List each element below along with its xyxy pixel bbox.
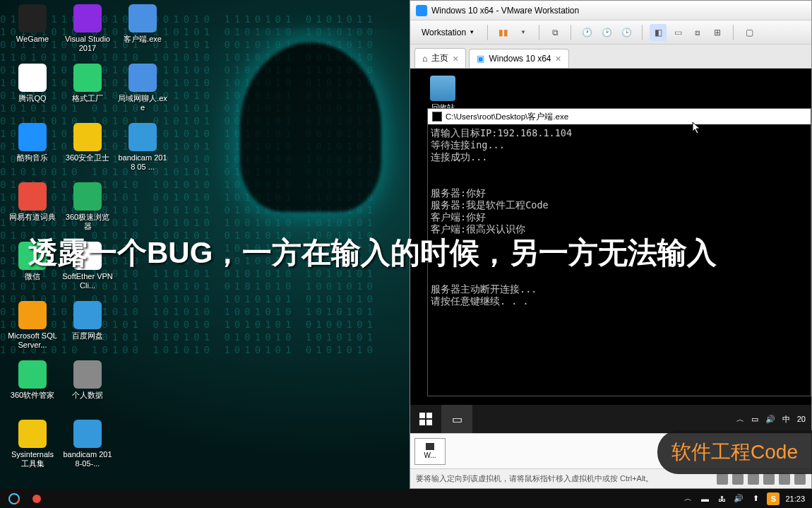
- icon-label: 微信: [25, 272, 40, 281]
- network-icon[interactable]: 🖧: [716, 493, 727, 504]
- vmware-titlebar[interactable]: Windows 10 x64 - VMware Workstation: [410, 1, 811, 20]
- svg-rect-0: [419, 413, 425, 418]
- desktop-icon[interactable]: 360软件管家: [6, 356, 59, 414]
- pause-vm-button[interactable]: ▮▮: [495, 24, 512, 41]
- view-stretch-button[interactable]: ▢: [741, 24, 758, 41]
- close-tab-icon[interactable]: ×: [555, 53, 561, 64]
- app-icon: [18, 420, 47, 448]
- app-icon: [73, 242, 102, 270]
- home-icon: ⌂: [422, 54, 427, 64]
- volume-icon[interactable]: 🔊: [733, 493, 744, 504]
- toolbar-separator: [571, 25, 571, 40]
- snapshot-revert-button[interactable]: 🕑: [598, 24, 615, 41]
- desktop-icon[interactable]: 360安全卫士: [61, 119, 114, 177]
- icon-label: 腾讯QQ: [18, 94, 46, 103]
- desktop-icon[interactable]: bandicam 2018 05 ...: [116, 119, 169, 177]
- snapshot-button[interactable]: ⧉: [547, 24, 563, 41]
- icon-label: SoftEther VPN Cli...: [62, 272, 113, 290]
- taskview-icon: ▭: [452, 413, 462, 426]
- app-icon: [129, 64, 157, 92]
- snapshot-take-button[interactable]: 🕐: [578, 24, 595, 41]
- icon-label: WeGame: [16, 35, 49, 44]
- view-fullscreen-button[interactable]: ▭: [669, 24, 686, 41]
- record-indicator[interactable]: [28, 490, 45, 507]
- windows-logo-icon: [419, 413, 432, 425]
- device-icon[interactable]: [732, 473, 744, 485]
- console-window[interactable]: C:\Users\root\Desktop\客户端.exe 请输入目标IP:19…: [427, 108, 811, 396]
- guest-system-tray: ︿ ▭ 🔊 中 20: [736, 414, 811, 425]
- desktop-icon[interactable]: SoftEther VPN Cli...: [61, 237, 114, 295]
- chevron-up-icon[interactable]: ︿: [682, 493, 693, 504]
- toolbar-separator: [487, 25, 488, 40]
- app-icon: [18, 64, 47, 92]
- device-icon[interactable]: [748, 473, 759, 485]
- app-icon: [73, 123, 102, 151]
- guest-start-button[interactable]: [410, 405, 441, 433]
- view-unity-button[interactable]: ⧈: [689, 24, 706, 41]
- battery-icon[interactable]: ▬: [699, 493, 710, 504]
- app-icon: [129, 123, 157, 151]
- app-icon: [73, 420, 102, 448]
- usb-icon[interactable]: ⬆: [750, 493, 761, 504]
- vmware-tabs-bar: ⌂ 主页 × ▣ Windows 10 x64 ×: [410, 45, 811, 69]
- clock[interactable]: 21:23: [785, 495, 805, 503]
- hooded-figure-silhouette: [198, 28, 424, 311]
- desktop-icon[interactable]: Microsoft SQL Server...: [6, 297, 59, 355]
- vmware-workstation-window: Windows 10 x64 - VMware Workstation Work…: [410, 0, 812, 489]
- desktop-icon[interactable]: bandicam 2018-05-...: [61, 415, 114, 473]
- desktop-icon[interactable]: 百度网盘: [61, 297, 114, 355]
- guest-os-viewport[interactable]: 回收站 C:\Users\root\Desktop\客户端.exe 请输入目标I…: [410, 69, 811, 488]
- tab-windows10[interactable]: ▣ Windows 10 x64 ×: [469, 49, 568, 68]
- device-icon[interactable]: [717, 473, 728, 485]
- snapshot-manage-button[interactable]: 🕒: [618, 24, 635, 41]
- vmware-app-icon: [416, 5, 427, 16]
- view-multi-button[interactable]: ⊞: [709, 24, 726, 41]
- desktop-icons-grid: WeGameVisual Studio 2017客户端.exe腾讯QQ格式工厂局…: [6, 0, 225, 473]
- chevron-up-icon[interactable]: ︿: [736, 414, 744, 425]
- network-icon[interactable]: ▭: [751, 415, 758, 424]
- cortana-button[interactable]: [6, 490, 23, 507]
- desktop-icon[interactable]: 网易有道词典: [6, 178, 59, 236]
- desktop-icon[interactable]: Sysinternals 工具集: [6, 415, 59, 473]
- app-icon: [18, 4, 47, 33]
- desktop-icon[interactable]: 个人数据: [61, 356, 114, 414]
- desktop-icon[interactable]: 微信: [6, 237, 59, 295]
- statusbar-message: 要将输入定向到该虚拟机，请将鼠标指针移入虚拟机中或按 Ctrl+Alt。: [416, 473, 653, 484]
- console-titlebar[interactable]: C:\Users\root\Desktop\客户端.exe: [428, 109, 811, 124]
- power-dropdown-button[interactable]: ▼: [515, 24, 532, 41]
- volume-icon[interactable]: 🔊: [765, 415, 775, 424]
- host-system-tray: ︿ ▬ 🖧 🔊 ⬆ S 21:23: [682, 492, 812, 505]
- guest-taskview-button[interactable]: ▭: [441, 405, 472, 433]
- desktop-icon[interactable]: 客户端.exe: [116, 0, 169, 58]
- desktop-icon[interactable]: 局域网聊人.exe: [116, 59, 169, 117]
- view-console-button[interactable]: ◧: [650, 24, 667, 41]
- ime-indicator[interactable]: S: [767, 492, 780, 505]
- cmd-icon: [432, 112, 442, 122]
- vmware-title-text: Windows 10 x64 - VMware Workstation: [431, 6, 579, 16]
- vm-thumbnail[interactable]: W...: [414, 438, 446, 465]
- guest-desktop[interactable]: 回收站 C:\Users\root\Desktop\客户端.exe 请输入目标I…: [410, 69, 811, 488]
- icon-label: 百度网盘: [72, 331, 103, 341]
- svg-rect-3: [426, 420, 432, 425]
- ime-indicator[interactable]: 中: [782, 414, 790, 425]
- tab-home[interactable]: ⌂ 主页 ×: [414, 48, 466, 68]
- close-tab-icon[interactable]: ×: [453, 53, 458, 64]
- desktop-icon[interactable]: 格式工厂: [61, 59, 114, 117]
- desktop-icon[interactable]: WeGame: [6, 0, 59, 58]
- dropdown-caret-icon: ▼: [469, 29, 474, 35]
- toolbar-separator: [642, 25, 643, 40]
- desktop-icon[interactable]: 酷狗音乐: [6, 119, 59, 177]
- desktop-icon[interactable]: Visual Studio 2017: [61, 0, 114, 58]
- desktop-icon[interactable]: 腾讯QQ: [6, 59, 59, 117]
- device-icon[interactable]: [779, 473, 790, 485]
- device-icon[interactable]: [794, 473, 806, 485]
- workstation-menu-button[interactable]: Workstation ▼: [416, 25, 480, 40]
- icon-label: bandicam 2018-05-...: [62, 450, 113, 468]
- circle-icon: [8, 492, 20, 505]
- app-icon: [73, 360, 102, 389]
- app-icon: [73, 182, 102, 211]
- desktop-icon[interactable]: 360极速浏览器: [61, 178, 114, 236]
- device-icon[interactable]: [763, 473, 775, 485]
- thumbnail-icon: [426, 443, 434, 450]
- vmware-toolbar: Workstation ▼ ▮▮ ▼ ⧉ 🕐 🕑 🕒 ◧ ▭ ⧈ ⊞ ▢: [410, 20, 811, 45]
